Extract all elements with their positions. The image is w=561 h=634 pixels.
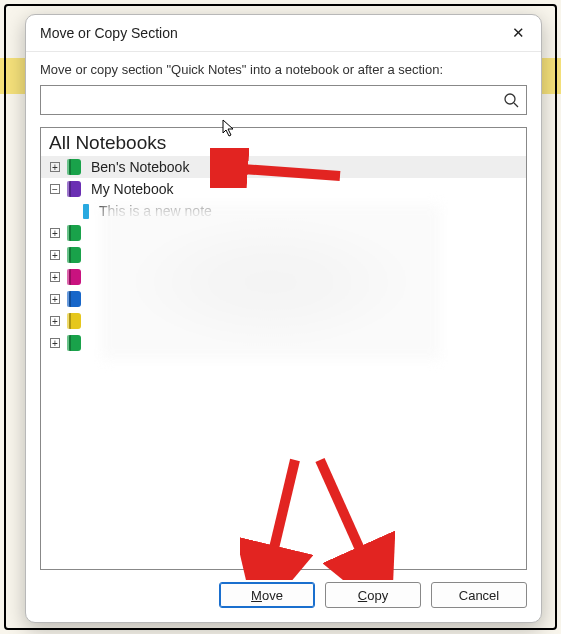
dialog-buttons: Move Copy Cancel bbox=[40, 570, 527, 608]
notebook-icon bbox=[67, 159, 81, 175]
dialog-titlebar: Move or Copy Section ✕ bbox=[26, 15, 541, 52]
search-button[interactable] bbox=[496, 92, 526, 108]
notebook-icon bbox=[67, 247, 81, 263]
search-row bbox=[40, 85, 527, 115]
dialog-title: Move or Copy Section bbox=[40, 25, 495, 41]
tree-item-label: My Notebook bbox=[91, 181, 173, 197]
svg-point-0 bbox=[505, 94, 515, 104]
search-icon bbox=[503, 92, 519, 108]
search-input[interactable] bbox=[41, 86, 496, 114]
notebook-icon bbox=[67, 313, 81, 329]
instruction-text: Move or copy section "Quick Notes" into … bbox=[40, 62, 527, 77]
expand-icon[interactable]: + bbox=[47, 250, 63, 261]
tree-item-label: Ben's Notebook bbox=[91, 159, 189, 175]
notebook-tree[interactable]: All Notebooks +Ben's Notebook−My Noteboo… bbox=[40, 127, 527, 570]
svg-line-1 bbox=[514, 103, 518, 107]
dialog-body: Move or copy section "Quick Notes" into … bbox=[26, 52, 541, 622]
notebook-icon bbox=[67, 181, 81, 197]
expand-icon[interactable]: + bbox=[47, 294, 63, 305]
tree-item-notebook[interactable]: +Ben's Notebook bbox=[41, 156, 526, 178]
expand-icon[interactable]: + bbox=[47, 228, 63, 239]
section-icon bbox=[83, 204, 89, 219]
move-copy-dialog: Move or Copy Section ✕ Move or copy sect… bbox=[25, 14, 542, 623]
notebook-icon bbox=[67, 225, 81, 241]
notebook-icon bbox=[67, 291, 81, 307]
move-button[interactable]: Move bbox=[219, 582, 315, 608]
redacted-region bbox=[101, 204, 441, 360]
tree-item-notebook[interactable]: −My Notebook bbox=[41, 178, 526, 200]
expand-icon[interactable]: + bbox=[47, 338, 63, 349]
expand-icon[interactable]: + bbox=[47, 316, 63, 327]
notebook-icon bbox=[67, 335, 81, 351]
copy-button[interactable]: Copy bbox=[325, 582, 421, 608]
notebook-icon bbox=[67, 269, 81, 285]
cancel-button[interactable]: Cancel bbox=[431, 582, 527, 608]
close-button[interactable]: ✕ bbox=[495, 15, 541, 51]
tree-header: All Notebooks bbox=[41, 128, 526, 156]
expand-icon[interactable]: + bbox=[47, 272, 63, 283]
collapse-icon[interactable]: − bbox=[47, 184, 63, 195]
expand-icon[interactable]: + bbox=[47, 162, 63, 173]
close-icon: ✕ bbox=[512, 24, 525, 42]
